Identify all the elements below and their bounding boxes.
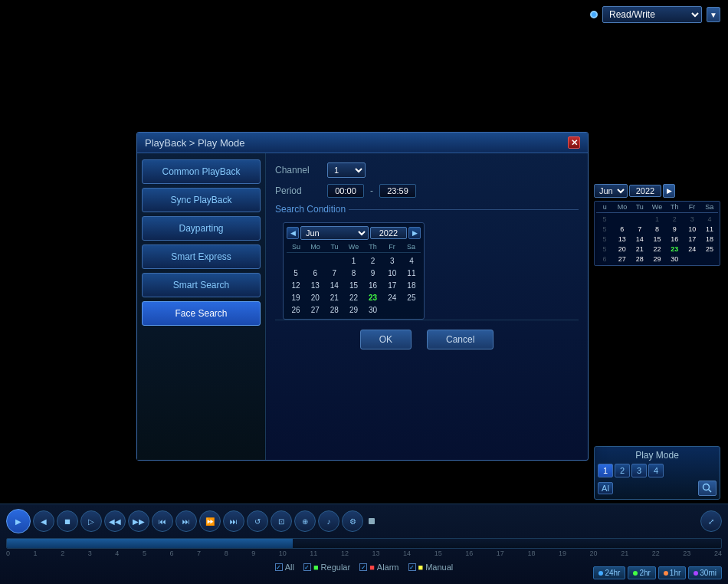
time-btn-24hr[interactable]: 24hr <box>593 566 625 579</box>
play-mode-btn-2[interactable]: 2 <box>615 464 630 477</box>
cal-cell[interactable]: 11 <box>402 267 421 279</box>
next-frame-button[interactable]: ▷ <box>80 510 102 532</box>
dialog-close-button[interactable]: ✕ <box>568 136 580 149</box>
cal-cell[interactable]: 3 <box>684 215 700 224</box>
cal-cell[interactable]: 20 <box>306 292 324 303</box>
cal-cell[interactable]: 7 <box>325 267 343 279</box>
cal-cell[interactable]: 17 <box>684 235 700 244</box>
play-button[interactable]: ▶ <box>6 509 31 533</box>
sidebar-item-smart-search[interactable]: Smart Search <box>142 273 261 297</box>
time-btn-2hr[interactable]: 2hr <box>628 566 655 579</box>
record-button[interactable]: ⊕ <box>294 510 316 532</box>
ok-button[interactable]: OK <box>360 330 412 349</box>
cal-cell[interactable]: 2 <box>364 255 382 267</box>
cal-cell[interactable]: 15 <box>649 235 666 244</box>
cal-cell[interactable]: 28 <box>631 254 648 264</box>
legend-alarm[interactable]: ■ Alarm <box>359 563 398 572</box>
cal-cell[interactable]: 6 <box>596 254 613 264</box>
sidebar-item-face-search[interactable]: Face Search <box>142 301 261 326</box>
snapshot-button[interactable]: ⊡ <box>271 510 292 532</box>
cal-cell[interactable]: 16 <box>666 235 683 244</box>
settings-button[interactable]: ⚙ <box>342 510 363 532</box>
slow-rewind-button[interactable]: ◀◀ <box>104 510 126 532</box>
cal-cell[interactable]: 14 <box>631 235 648 244</box>
cal-cell[interactable]: 11 <box>701 225 718 234</box>
cal-cell[interactable]: 21 <box>325 292 343 303</box>
cal-cell[interactable]: 2 <box>666 215 683 224</box>
cal-cell[interactable]: 21 <box>631 244 648 254</box>
sidebar-item-sync-playback[interactable]: Sync PlayBack <box>142 188 261 212</box>
cal-cell[interactable]: 8 <box>649 225 666 234</box>
cal-cell[interactable]: 8 <box>344 267 362 279</box>
right-year-input[interactable] <box>629 185 661 197</box>
cal-cell[interactable]: 27 <box>306 304 324 316</box>
cal-cell[interactable]: 22 <box>344 292 362 303</box>
calendar-prev[interactable]: ◀ <box>287 227 299 239</box>
play-mode-btn-3[interactable]: 3 <box>631 464 647 477</box>
cal-cell[interactable]: 19 <box>287 292 305 303</box>
sidebar-item-common-playback[interactable]: Common PlayBack <box>142 159 261 184</box>
cal-cell[interactable]: 5 <box>596 244 613 254</box>
audio-button[interactable]: ♪ <box>318 510 339 532</box>
storage-mode-arrow[interactable]: ▼ <box>707 7 720 22</box>
cal-cell[interactable]: 18 <box>701 235 718 244</box>
manual-checkbox[interactable] <box>408 563 416 571</box>
cal-cell-today[interactable]: 23 <box>666 244 683 254</box>
read-write-radio[interactable] <box>590 11 598 18</box>
cal-cell[interactable]: 9 <box>364 267 382 279</box>
cal-cell[interactable]: 25 <box>701 244 718 254</box>
cal-cell[interactable]: 4 <box>701 215 718 224</box>
right-month-select[interactable]: Jun <box>594 184 628 198</box>
cal-cell[interactable]: 13 <box>614 235 631 244</box>
cal-cell[interactable] <box>701 254 718 264</box>
cal-cell[interactable]: 14 <box>325 280 343 291</box>
cal-cell[interactable]: 20 <box>614 244 631 254</box>
cal-cell[interactable]: 5 <box>596 225 613 234</box>
play-mode-search-button[interactable] <box>698 481 717 496</box>
sidebar-item-dayparting[interactable]: Dayparting <box>142 216 261 241</box>
cal-cell[interactable]: 25 <box>402 292 421 303</box>
prev-button[interactable]: ◀ <box>33 510 54 532</box>
cal-cell[interactable]: 30 <box>666 254 683 264</box>
cal-cell[interactable]: 5 <box>596 235 613 244</box>
cal-cell[interactable]: 24 <box>684 244 700 254</box>
play-mode-btn-4[interactable]: 4 <box>648 464 664 477</box>
next-file-button[interactable]: ⏭ <box>175 510 197 532</box>
cal-cell[interactable]: 18 <box>402 280 421 291</box>
calendar-month-select[interactable]: JanFebMarApr MayJunJulAug SepOctNovDec <box>300 226 369 240</box>
cal-cell[interactable]: 22 <box>649 244 666 254</box>
cal-cell[interactable]: 29 <box>344 304 362 316</box>
cal-cell[interactable]: 29 <box>649 254 666 264</box>
cal-cell[interactable]: 3 <box>383 255 402 267</box>
cal-cell-today[interactable]: 23 <box>364 292 382 303</box>
cal-cell[interactable]: 5 <box>596 215 613 224</box>
sidebar-item-smart-express[interactable]: Smart Express <box>142 244 261 269</box>
stop-button[interactable]: ⏹ <box>57 510 78 532</box>
timeline-bar[interactable] <box>6 538 722 549</box>
prev-file-button[interactable]: ⏮ <box>152 510 173 532</box>
cal-cell[interactable]: 26 <box>287 304 305 316</box>
right-calendar-next[interactable]: ▶ <box>663 184 675 198</box>
replay-button[interactable]: ↺ <box>247 510 268 532</box>
time-btn-30mi[interactable]: 30mi <box>688 566 722 579</box>
regular-checkbox[interactable] <box>303 563 311 571</box>
period-end-input[interactable] <box>379 184 416 198</box>
cal-cell[interactable]: 10 <box>684 225 700 234</box>
slow-forward-button[interactable]: ⏩ <box>199 510 221 532</box>
legend-all[interactable]: All <box>275 563 294 572</box>
cal-cell[interactable]: 24 <box>383 292 402 303</box>
calendar-year-input[interactable] <box>370 227 407 239</box>
storage-mode-select[interactable]: Read/Write Read Only Write Only <box>602 6 702 23</box>
cal-cell[interactable]: 7 <box>631 225 648 234</box>
channel-select[interactable]: 1 2 3 4 <box>327 162 366 178</box>
cal-cell[interactable]: 27 <box>614 254 631 264</box>
cal-cell[interactable]: 16 <box>364 280 382 291</box>
cal-cell[interactable]: 1 <box>649 215 666 224</box>
cal-cell[interactable] <box>614 215 631 224</box>
legend-manual[interactable]: ■ Manual <box>408 563 454 572</box>
fast-forward-button[interactable]: ▶▶ <box>128 510 149 532</box>
calendar-next[interactable]: ▶ <box>408 227 421 239</box>
cancel-button[interactable]: Cancel <box>427 330 494 349</box>
cal-cell[interactable]: 12 <box>287 280 305 291</box>
cal-cell[interactable]: 5 <box>287 267 305 279</box>
